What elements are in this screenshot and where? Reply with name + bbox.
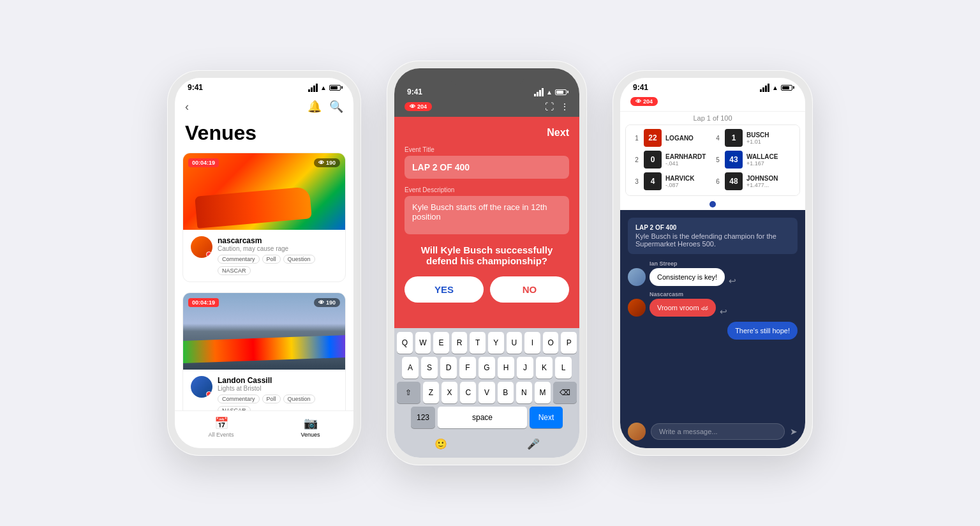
battery-icon-2 <box>555 89 567 95</box>
venue-card-1[interactable]: 00:04:19 👁 190 nascarcasm Caution, may c… <box>182 153 346 282</box>
event-description: Kyle Busch is the defending champion for… <box>635 232 790 248</box>
emoji-icon[interactable]: 🙂 <box>434 438 447 450</box>
no-button[interactable]: NO <box>490 276 569 303</box>
key-q[interactable]: Q <box>397 332 413 354</box>
details-logano: LOGANO <box>665 135 711 142</box>
event-title-field[interactable]: LAP 2 OF 400 <box>405 156 569 179</box>
key-b[interactable]: B <box>498 382 514 403</box>
fullscreen-icon[interactable]: ⛶ <box>545 101 554 112</box>
reply-icon-nascar[interactable]: ↩ <box>720 306 727 317</box>
event-announcement: LAP 2 OF 400 Kyle Busch is the defending… <box>628 218 798 254</box>
num-earnhardt: 0 <box>644 151 662 169</box>
key-delete[interactable]: ⌫ <box>553 382 577 403</box>
chat-message-ian: Ian Streep Consistency is key! ↩ <box>628 260 798 286</box>
chat-input[interactable]: Write a message... <box>651 423 785 440</box>
tag-commentary-1: Commentary <box>218 255 260 264</box>
key-o[interactable]: O <box>543 332 559 354</box>
battery-icon-3 <box>781 85 792 91</box>
phones-container: 9:41 ▲ ‹ 🔔 🔍 Venues <box>167 61 813 465</box>
name-logano: LOGANO <box>665 135 711 142</box>
key-123[interactable]: 123 <box>411 407 435 428</box>
num-busch: 1 <box>725 129 743 147</box>
venue-text-2: Landon Cassill Lights at Bristol Comment… <box>218 376 338 415</box>
key-f[interactable]: F <box>459 357 476 379</box>
key-i[interactable]: I <box>524 332 540 354</box>
driver-logano: 1 22 LOGANO <box>634 129 711 147</box>
key-s[interactable]: S <box>421 357 438 379</box>
delta-wallace: +1.167 <box>746 160 792 167</box>
key-l[interactable]: L <box>555 357 572 379</box>
reply-icon-ian[interactable]: ↩ <box>729 276 736 286</box>
signal-icon-1 <box>308 84 318 92</box>
name-harvick: HARVICK <box>665 175 711 182</box>
tag-poll-1: Poll <box>262 255 281 264</box>
key-next[interactable]: Next <box>530 407 563 428</box>
search-icon[interactable]: 🔍 <box>329 100 343 114</box>
key-m[interactable]: M <box>535 382 551 403</box>
key-space[interactable]: space <box>438 407 527 428</box>
key-c[interactable]: C <box>460 382 476 403</box>
key-k[interactable]: K <box>536 357 553 379</box>
key-v[interactable]: V <box>479 382 494 403</box>
phone-event-form: 9:41 ▲ 👁 204 ⛶ ⋮ <box>387 61 587 465</box>
subtitle-1: Caution, may cause rage <box>218 245 338 252</box>
venue-info-1: nascarcasm Caution, may cause rage Comme… <box>183 230 345 282</box>
live-timer-1: 00:04:19 <box>188 158 219 167</box>
yes-button[interactable]: YES <box>405 276 484 303</box>
key-p[interactable]: P <box>561 332 577 354</box>
phone-notch <box>449 68 525 86</box>
back-button[interactable]: ‹ <box>185 100 189 114</box>
nav-venues[interactable]: 📷 Venues <box>301 416 320 438</box>
key-d[interactable]: D <box>440 357 457 379</box>
send-icon[interactable]: ➤ <box>790 426 798 437</box>
leaderboard-container: 1 22 LOGANO 4 1 BUSCH +1.01 <box>625 124 800 196</box>
key-u[interactable]: U <box>507 332 523 354</box>
timeline-connector <box>620 199 805 210</box>
venue-card-2[interactable]: 00:04:19 👁 190 Landon Cassill Lights at … <box>182 292 346 422</box>
status-icons-3: ▲ <box>760 84 792 92</box>
key-w[interactable]: W <box>415 332 431 354</box>
calendar-icon: 📅 <box>214 416 228 430</box>
live-timer-2: 00:04:19 <box>188 298 219 307</box>
key-t[interactable]: T <box>470 332 486 354</box>
tag-commentary-2: Commentary <box>218 395 260 403</box>
nav-all-events[interactable]: 📅 All Events <box>208 416 234 438</box>
yes-no-buttons: YES NO <box>405 276 569 303</box>
key-n[interactable]: N <box>516 382 532 403</box>
key-x[interactable]: X <box>442 382 457 403</box>
key-r[interactable]: R <box>452 332 468 354</box>
key-e[interactable]: E <box>433 332 449 354</box>
more-options-icon[interactable]: ⋮ <box>560 101 569 112</box>
bubble-nascar: Vroom vroom 🏎 <box>650 299 716 317</box>
num-wallace: 43 <box>725 151 743 169</box>
details-busch: BUSCH +1.01 <box>746 132 792 145</box>
key-h[interactable]: H <box>498 357 514 379</box>
pos-johnson: 6 <box>715 178 721 185</box>
venues-header: ‹ 🔔 🔍 <box>175 94 353 121</box>
next-label[interactable]: Next <box>547 127 569 138</box>
chat-username-nascar: Nascarcasm <box>650 291 716 297</box>
event-desc-field[interactable]: Kyle Busch starts off the race in 12th p… <box>405 196 569 234</box>
notification-icon[interactable]: 🔔 <box>308 100 322 114</box>
key-z[interactable]: Z <box>423 382 439 403</box>
venue-image-2: 00:04:19 👁 190 <box>183 293 345 370</box>
event-lap: LAP 2 OF 400 <box>635 224 790 231</box>
name-earnhardt: EARNHARDT <box>665 153 711 160</box>
num-johnson: 48 <box>725 172 743 190</box>
key-shift[interactable]: ⇧ <box>397 382 420 403</box>
race-view-badge: 👁 204 <box>630 97 658 106</box>
stream-top-bar: 👁 204 ⛶ ⋮ <box>394 99 579 117</box>
key-g[interactable]: G <box>479 357 495 379</box>
username-1: nascarcasm <box>218 236 338 245</box>
signal-icon-3 <box>760 84 769 92</box>
driver-johnson: 6 48 JOHNSON +1.477... <box>715 172 792 190</box>
key-y[interactable]: Y <box>488 332 504 354</box>
event-form: Next Event Title LAP 2 OF 400 Event Desc… <box>394 117 579 328</box>
name-busch: BUSCH <box>746 132 792 139</box>
mic-icon[interactable]: 🎤 <box>527 438 540 450</box>
key-j[interactable]: J <box>517 357 533 379</box>
delta-earnhardt: -.041 <box>665 160 711 167</box>
wifi-icon-1: ▲ <box>320 84 327 91</box>
key-a[interactable]: A <box>402 357 419 379</box>
delta-johnson: +1.477... <box>746 182 792 188</box>
